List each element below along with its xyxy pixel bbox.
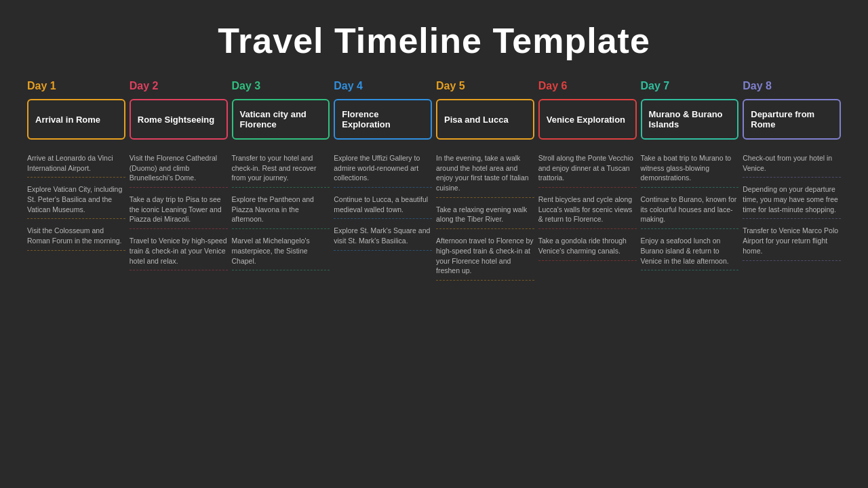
divider-8-1 — [743, 177, 841, 178]
activity-6-1: Stroll along the Ponte Vecchio and enjoy… — [538, 149, 637, 187]
day-column-3: Day 3Vatican city and FlorenceTransfer t… — [232, 80, 330, 474]
day-label-4: Day 4 — [334, 80, 432, 92]
day-label-1: Day 1 — [27, 80, 125, 92]
day-card-4: Florence Exploration — [334, 99, 432, 140]
activity-5-2: Take a relaxing evening walk along the T… — [436, 201, 534, 228]
day-card-7: Murano & Burano Islands — [641, 99, 739, 140]
day-label-5: Day 5 — [436, 80, 534, 92]
divider-5-1 — [436, 197, 534, 198]
divider-1-3 — [27, 250, 125, 251]
divider-1-1 — [27, 177, 125, 178]
page: Travel Timeline Template Day 1Arrival in… — [0, 0, 868, 488]
divider-3-2 — [232, 228, 330, 229]
activity-5-1: In the evening, take a walk around the h… — [436, 149, 534, 197]
day-column-7: Day 7Murano & Burano IslandsTake a boat … — [641, 80, 739, 474]
activity-8-1: Check-out from your hotel in Venice. — [743, 149, 841, 177]
divider-5-2 — [436, 228, 534, 229]
divider-4-3 — [334, 250, 432, 251]
divider-5-3 — [436, 280, 534, 281]
activity-7-1: Take a boat trip to Murano to witness gl… — [641, 149, 739, 187]
title-section: Travel Timeline Template — [27, 20, 841, 61]
divider-4-2 — [334, 218, 432, 219]
divider-3-1 — [232, 187, 330, 188]
day-card-3: Vatican city and Florence — [232, 99, 330, 140]
activity-4-2: Continue to Lucca, a beautiful medieval … — [334, 190, 432, 218]
divider-7-1 — [641, 187, 739, 188]
activity-8-3: Transfer to Venice Marco Polo Airport fo… — [743, 222, 841, 260]
divider-8-3 — [743, 260, 841, 261]
divider-7-2 — [641, 228, 739, 229]
divider-6-1 — [538, 187, 637, 188]
activity-7-2: Continue to Burano, known for its colour… — [641, 190, 739, 228]
day-card-5: Pisa and Lucca — [436, 99, 534, 140]
day-card-2: Rome Sightseeing — [130, 99, 228, 140]
day-card-8: Departure from Rome — [743, 99, 841, 140]
activity-4-3: Explore St. Mark's Square and visit St. … — [334, 222, 432, 249]
day-label-2: Day 2 — [130, 80, 228, 92]
divider-6-2 — [538, 228, 637, 229]
divider-4-1 — [334, 187, 432, 188]
day-column-6: Day 6Venice ExplorationStroll along the … — [538, 80, 637, 474]
activity-2-2: Take a day trip to Pisa to see the iconi… — [130, 190, 228, 228]
activity-3-1: Transfer to your hotel and check-in. Res… — [232, 149, 330, 187]
activity-7-3: Enjoy a seafood lunch on Burano island &… — [641, 232, 739, 270]
day-label-3: Day 3 — [232, 80, 330, 92]
activity-6-2: Rent bicycles and cycle along Lucca's wa… — [538, 190, 637, 228]
day-label-7: Day 7 — [641, 80, 739, 92]
activity-6-3: Take a gondola ride through Venice's cha… — [538, 232, 637, 260]
day-column-8: Day 8Departure from RomeCheck-out from y… — [743, 80, 841, 474]
activity-2-3: Travel to Venice by high-speed train & c… — [130, 232, 228, 270]
activity-5-3: Afternoon travel to Florence by high-spe… — [436, 232, 534, 280]
day-column-2: Day 2Rome SightseeingVisit the Florence … — [130, 80, 228, 474]
divider-3-3 — [232, 270, 330, 270]
activity-2-1: Visit the Florence Cathedral (Duomo) and… — [130, 149, 228, 187]
day-card-6: Venice Exploration — [538, 99, 637, 140]
divider-2-1 — [130, 187, 228, 188]
activity-1-2: Explore Vatican City, including St. Pete… — [27, 180, 125, 218]
divider-2-2 — [130, 228, 228, 229]
day-column-1: Day 1Arrival in RomeArrive at Leonardo d… — [27, 80, 125, 474]
day-label-8: Day 8 — [743, 80, 841, 92]
divider-8-2 — [743, 218, 841, 219]
activity-8-2: Depending on your departure time, you ma… — [743, 180, 841, 218]
day-column-5: Day 5Pisa and LuccaIn the evening, take … — [436, 80, 534, 474]
divider-7-3 — [641, 270, 739, 270]
day-label-6: Day 6 — [538, 80, 637, 92]
page-title: Travel Timeline Template — [27, 20, 841, 61]
day-card-1: Arrival in Rome — [27, 99, 125, 140]
divider-1-2 — [27, 218, 125, 219]
divider-2-3 — [130, 270, 228, 270]
day-column-4: Day 4Florence ExplorationExplore the Uff… — [334, 80, 432, 474]
activity-4-1: Explore the Uffizi Gallery to admire wor… — [334, 149, 432, 187]
divider-6-3 — [538, 260, 637, 261]
timeline-container: Day 1Arrival in RomeArrive at Leonardo d… — [27, 80, 841, 474]
activity-3-3: Marvel at Michelangelo's masterpiece, th… — [232, 232, 330, 270]
activity-1-1: Arrive at Leonardo da Vinci Internationa… — [27, 149, 125, 177]
activity-3-2: Explore the Pantheon and Piazza Navona i… — [232, 190, 330, 228]
activity-1-3: Visit the Colosseum and Roman Forum in t… — [27, 222, 125, 249]
